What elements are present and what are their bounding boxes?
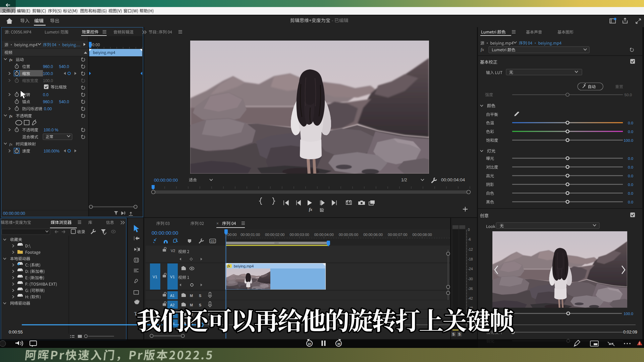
svg-text:S: S xyxy=(199,294,201,298)
svg-text:fx: fx xyxy=(9,142,13,146)
svg-text:S: S xyxy=(199,303,201,307)
svg-text:00:00:00:00: 00:00:00:00 xyxy=(152,230,178,236)
svg-text:0:00:55: 0:00:55 xyxy=(9,330,23,335)
svg-text:50.0: 50.0 xyxy=(625,93,632,97)
svg-text:00:00:00:00: 00:00:00:00 xyxy=(3,211,25,216)
svg-text:100.0: 100.0 xyxy=(624,312,633,316)
svg-text:A1: A1 xyxy=(170,294,174,298)
svg-text:CC: CC xyxy=(211,240,215,243)
svg-text:00:00:00:00: 00:00:00:00 xyxy=(154,178,178,183)
svg-text:00:00:01:00: 00:00:01:00 xyxy=(240,233,260,237)
svg-text:fx: fx xyxy=(227,264,230,268)
svg-text:0.0: 0.0 xyxy=(628,200,633,204)
svg-text:A2: A2 xyxy=(170,303,174,307)
svg-text:×: × xyxy=(216,221,219,226)
svg-text:S: S xyxy=(452,333,455,336)
svg-text:V1: V1 xyxy=(170,275,175,279)
svg-text:fx: fx xyxy=(9,114,13,118)
svg-text:-42: -42 xyxy=(468,297,473,300)
svg-text:00:00:06:00: 00:00:06:00 xyxy=(363,233,383,237)
svg-text:00:00:04:04: 00:00:04:04 xyxy=(441,177,465,182)
svg-text:fx: fx xyxy=(9,58,13,62)
svg-text:100.0: 100.0 xyxy=(624,138,633,142)
svg-text:540.0: 540.0 xyxy=(59,100,69,104)
svg-text:-24: -24 xyxy=(468,267,473,271)
svg-text:S: S xyxy=(459,333,461,336)
svg-text:10: 10 xyxy=(308,342,311,346)
svg-text:00:00:02:00: 00:00:02:00 xyxy=(265,233,284,237)
svg-text:0:02:09: 0:02:09 xyxy=(623,330,637,335)
svg-text:V2: V2 xyxy=(171,249,175,253)
svg-text:-12: -12 xyxy=(468,248,473,251)
svg-text:!: ! xyxy=(639,342,640,346)
svg-text:0.0: 0.0 xyxy=(628,165,633,169)
svg-text:0.0: 0.0 xyxy=(628,183,633,187)
svg-text:100.0 %: 100.0 % xyxy=(44,128,58,132)
svg-text:0.0: 0.0 xyxy=(628,191,633,195)
svg-text:0.0: 0.0 xyxy=(628,121,633,125)
svg-text:fx: fx xyxy=(309,207,312,212)
svg-text:M: M xyxy=(190,303,193,307)
svg-text:-36: -36 xyxy=(468,287,473,291)
svg-text:0.0: 0.0 xyxy=(43,93,49,97)
svg-text:1/2: 1/2 xyxy=(401,178,407,182)
svg-text:0.0: 0.0 xyxy=(628,157,633,161)
svg-text:100.00%: 100.00% xyxy=(44,149,60,154)
svg-text:0.0: 0.0 xyxy=(628,130,633,134)
svg-text:100.0: 100.0 xyxy=(43,71,53,76)
svg-text:960.0: 960.0 xyxy=(43,64,53,69)
svg-text:00:00:03:00: 00:00:03:00 xyxy=(290,233,309,237)
svg-text:30: 30 xyxy=(337,342,340,346)
svg-text:540.0: 540.0 xyxy=(59,64,69,69)
svg-text:00:00:08:00: 00:00:08:00 xyxy=(413,233,432,237)
svg-text:960.0: 960.0 xyxy=(43,100,53,104)
svg-text:100.0: 100.0 xyxy=(43,78,53,83)
svg-text:00:00:05:00: 00:00:05:00 xyxy=(339,233,358,237)
svg-text::00:00: :00:00 xyxy=(226,233,237,237)
svg-text:-18: -18 xyxy=(468,257,473,261)
svg-text:fx: fx xyxy=(481,47,484,52)
svg-text:0.00: 0.00 xyxy=(44,107,52,111)
svg-text:M: M xyxy=(190,294,193,298)
svg-text:00:00:04:00: 00:00:04:00 xyxy=(314,233,334,237)
svg-text:beiying,mp4: beiying,mp4 xyxy=(234,264,254,268)
svg-text:0: 0 xyxy=(468,228,470,232)
svg-text:-30: -30 xyxy=(468,277,473,281)
svg-text:-6: -6 xyxy=(468,238,471,241)
svg-text:V1: V1 xyxy=(153,275,157,279)
svg-text:00:00:07:00: 00:00:07:00 xyxy=(388,233,407,237)
svg-text:0.0: 0.0 xyxy=(628,174,633,178)
